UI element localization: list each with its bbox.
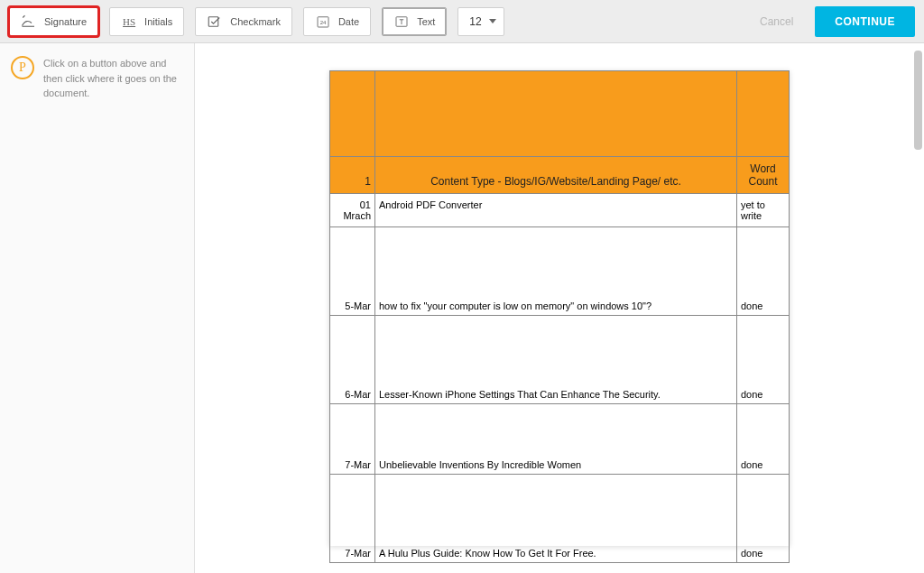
checkmark-button[interactable]: Checkmark (195, 7, 292, 36)
help-badge-icon: P (11, 56, 34, 79)
continue-button[interactable]: CONTINUE (815, 6, 915, 37)
cell-date: 01 Mrach (330, 194, 375, 227)
scrollbar-thumb[interactable] (914, 51, 922, 150)
cell-content: A Hulu Plus Guide: Know How To Get It Fo… (375, 475, 737, 563)
sidebar: P Click on a button above and then click… (0, 43, 195, 573)
header-cell (737, 71, 790, 157)
date-button[interactable]: 24 Date (303, 7, 371, 36)
svg-text:24: 24 (320, 20, 327, 25)
document-page[interactable]: 1 Content Type - Blogs/IG/Website/Landin… (329, 70, 790, 546)
cell-status: done (737, 316, 790, 404)
initials-label: Initials (144, 16, 172, 27)
main-area: P Click on a button above and then click… (0, 43, 924, 573)
font-size-value: 12 (469, 15, 481, 28)
cell-date: 6-Mar (330, 316, 375, 404)
date-label: Date (338, 16, 359, 27)
header-cell (375, 71, 737, 157)
document-viewport[interactable]: 1 Content Type - Blogs/IG/Website/Landin… (195, 43, 924, 573)
initials-button[interactable]: HS Initials (109, 7, 184, 36)
signature-button[interactable]: Signature (9, 7, 98, 36)
chevron-down-icon (489, 19, 496, 23)
cell-date: 7-Mar (330, 475, 375, 563)
cell-content: Lesser-Known iPhone Settings That Can En… (375, 316, 737, 404)
cell-status: done (737, 404, 790, 475)
text-label: Text (417, 16, 435, 27)
checkmark-label: Checkmark (230, 16, 281, 27)
hint-text: Click on a button above and then click w… (43, 56, 183, 560)
svg-rect-1 (209, 16, 219, 26)
header-col3: Word Count (737, 157, 790, 194)
cell-content: Unbelievable Inventions By Incredible Wo… (375, 404, 737, 475)
font-size-select[interactable]: 12 (457, 7, 504, 36)
content-table: 1 Content Type - Blogs/IG/Website/Landin… (329, 70, 790, 563)
toolbar: Signature HS Initials Checkmark 24 Date (0, 0, 924, 43)
cell-content: how to fix "your computer is low on memo… (375, 227, 737, 316)
cell-content: Android PDF Converter (375, 194, 737, 227)
header-col2: Content Type - Blogs/IG/Website/Landing … (375, 157, 737, 194)
cell-status: done (737, 475, 790, 563)
header-col1: 1 (330, 157, 375, 194)
signature-icon (21, 14, 37, 30)
cell-status: done (737, 227, 790, 316)
text-icon (393, 14, 410, 30)
cell-date: 5-Mar (330, 227, 375, 316)
cell-status: yet to write (737, 194, 790, 227)
signature-label: Signature (44, 16, 87, 27)
initials-icon: HS (121, 14, 137, 30)
checkmark-icon (207, 14, 223, 30)
cell-date: 7-Mar (330, 404, 375, 475)
text-button[interactable]: Text (382, 7, 447, 36)
header-cell (330, 71, 375, 157)
date-icon: 24 (315, 14, 331, 30)
cancel-button[interactable]: Cancel (749, 15, 804, 28)
